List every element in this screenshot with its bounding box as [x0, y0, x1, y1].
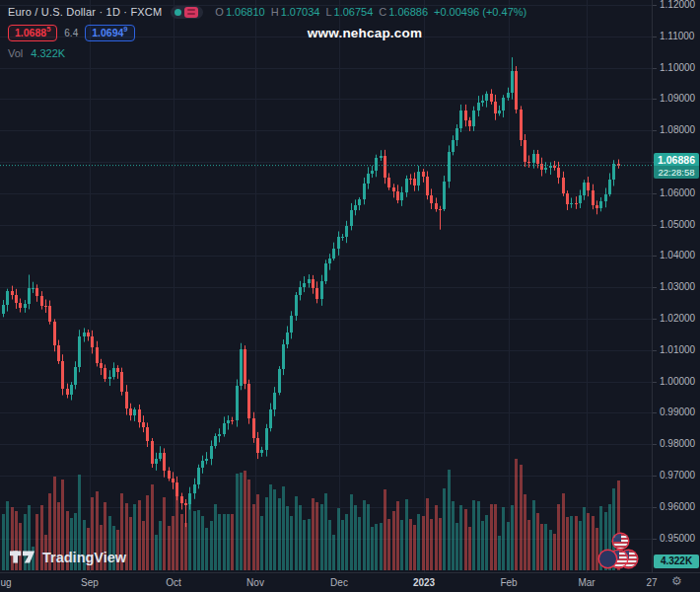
ohlc-value: 1.06810 [226, 6, 265, 18]
ask-button[interactable]: 1.06949 [85, 25, 134, 41]
ohlc-value: 1.06754 [334, 6, 374, 18]
bid-button[interactable]: 1.06885 [8, 25, 57, 41]
ohlc-values: O1.06810H1.07034L1.06754C1.06886+0.00496… [215, 6, 526, 18]
legend-row-symbol: Euro / U.S. Dollar · 1D · FXCM O1.06810H… [8, 4, 526, 20]
price-tick-mark [653, 319, 657, 320]
volume-axis-label: 4.322K [654, 555, 699, 568]
grid-layer [0, 0, 652, 572]
time-tick-label: Dec [330, 577, 348, 588]
legend-visibility-toggle[interactable] [171, 6, 203, 19]
price-tick-mark [653, 382, 657, 383]
price-tick-mark [653, 350, 657, 351]
candles-layer [2, 57, 620, 527]
price-tick-label: 1.04000 [660, 250, 695, 260]
price-tick-label: 1.06000 [660, 187, 695, 198]
price-tick-label: 1.01000 [660, 344, 695, 355]
price-tick-label: 1.10000 [660, 62, 695, 73]
time-tick-label: Feb [500, 577, 517, 588]
price-tick-mark [653, 287, 657, 288]
change-value: +0.00496 (+0.47%) [434, 6, 526, 18]
price-tick-mark [653, 476, 657, 477]
price-tick-label: 1.12000 [660, 0, 695, 10]
price-tick-label: 1.09000 [660, 93, 695, 104]
price-tick-label: 0.97000 [660, 470, 695, 481]
price-tick-mark [653, 130, 657, 131]
tradingview-chart-window: www.nehcap.com Euro / U.S. Dollar · 1D ·… [0, 0, 700, 592]
symbol-title[interactable]: Euro / U.S. Dollar · 1D · FXCM [8, 6, 162, 18]
time-axis[interactable]: ugSepOctNovDec2023FebMar27 [0, 572, 700, 592]
price-tick-label: 1.08000 [660, 124, 695, 135]
time-tick-label: 2023 [413, 577, 435, 588]
price-tick-label: 1.03000 [660, 281, 695, 292]
chart-legend: Euro / U.S. Dollar · 1D · FXCM O1.06810H… [8, 4, 526, 59]
us-flag-event-icon[interactable] [613, 534, 628, 549]
volume-indicator-label[interactable]: Vol [8, 47, 23, 59]
ohlc-value: 1.07034 [281, 6, 320, 18]
price-tick-label: 0.98000 [660, 438, 695, 449]
price-tick-mark [653, 68, 657, 69]
price-tick-mark [653, 193, 657, 194]
tradingview-logo-icon [10, 548, 35, 566]
buy-dot-icon [175, 9, 181, 16]
chart-canvas[interactable]: www.nehcap.com Euro / U.S. Dollar · 1D ·… [0, 0, 652, 572]
spread-value: 6.4 [64, 28, 78, 38]
price-tick-mark [653, 444, 657, 445]
price-tick-mark [653, 256, 657, 257]
ohlc-letter: H [271, 6, 279, 18]
ohlc-letter: O [215, 6, 224, 18]
price-tick-mark [653, 412, 657, 413]
time-tick-label: Mar [578, 577, 595, 588]
price-tick-label: 1.02000 [660, 313, 695, 324]
time-tick-label: Sep [81, 577, 99, 588]
gear-icon[interactable]: ⚙ [671, 574, 682, 588]
last-price-value: 1.06886 [654, 153, 699, 166]
price-tick-label: 1.05000 [660, 219, 695, 230]
time-tick-label: Oct [166, 577, 181, 588]
candlestick-chart[interactable] [0, 0, 652, 572]
legend-row-quotes: 1.06885 6.4 1.06949 [8, 25, 526, 41]
sell-pill-icon [184, 7, 198, 18]
volume-indicator-value: 4.322K [31, 47, 65, 59]
price-tick-label: 0.99000 [660, 407, 695, 417]
tradingview-logo-text: TradingView [42, 550, 126, 565]
time-tick-label: ug [0, 577, 11, 588]
price-tick-label: 1.00000 [660, 376, 695, 387]
price-tick-mark [653, 507, 657, 508]
eu-flag-event-icon[interactable] [599, 551, 616, 567]
price-tick-mark [653, 225, 657, 226]
price-axis[interactable]: 1.06886 22:28:58 4.322K 1.120001.110001.… [652, 0, 700, 572]
ohlc-letter: C [379, 6, 386, 18]
price-tick-mark [653, 539, 657, 540]
price-tick-label: 1.11000 [660, 31, 694, 41]
price-tick-label: 0.95000 [660, 533, 695, 544]
last-price-label: 1.06886 22:28:58 [654, 153, 699, 179]
ohlc-letter: L [325, 6, 331, 18]
tradingview-logo[interactable]: TradingView [10, 548, 126, 566]
legend-row-volume: Vol 4.322K [8, 47, 526, 59]
axis-settings-corner: ⚙ [652, 572, 700, 592]
ohlc-value: 1.06886 [388, 6, 428, 18]
price-tick-mark [653, 37, 657, 37]
price-tick-mark [653, 99, 657, 100]
price-tick-label: 0.96000 [660, 501, 695, 512]
price-tick-mark [653, 5, 657, 6]
bar-countdown: 22:28:58 [654, 166, 699, 179]
time-tick-label: Nov [246, 577, 264, 588]
